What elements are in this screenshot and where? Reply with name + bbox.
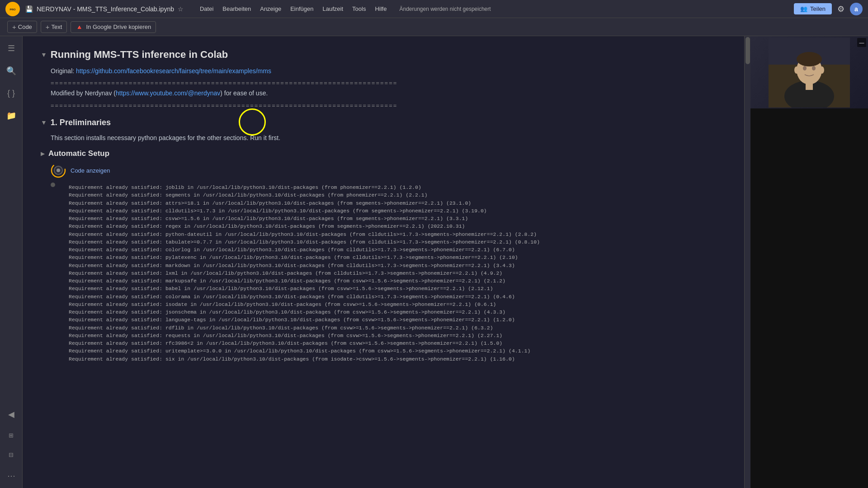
right-panel: —	[750, 36, 868, 488]
section1-description: This section installs necessary python p…	[41, 133, 726, 143]
cell-status-dot	[51, 183, 55, 187]
output-line: Requirement already satisfied: python-da…	[69, 230, 655, 238]
video-controls: —	[857, 38, 866, 47]
notebook-area: ▼ Running MMS-TTS inference in Colab Ori…	[23, 36, 744, 488]
sidebar-bottom-icon1[interactable]: ⊞	[6, 429, 16, 441]
output-line: Requirement already satisfied: regex in …	[69, 222, 655, 230]
menu-bearbeiten[interactable]: Bearbeiten	[219, 4, 255, 14]
output-line: Requirement already satisfied: markdown …	[69, 262, 655, 269]
share-label: Teilen	[810, 5, 826, 12]
section1-collapse-arrow[interactable]: ▼	[41, 119, 47, 126]
menu-tools[interactable]: Tools	[349, 4, 369, 14]
add-text-button[interactable]: + Text	[41, 21, 67, 33]
section1-heading-row: ▼ 1. Preliminaries	[41, 118, 726, 127]
output-line: Requirement already satisfied: clldutils…	[69, 207, 655, 215]
modified-link[interactable]: https://www.youtube.com/@nerdynav	[116, 89, 220, 97]
add-code-button[interactable]: + Code	[7, 21, 37, 33]
original-line: Original: https://github.com/facebookres…	[41, 66, 726, 76]
left-sidebar: ☰ 🔍 { } 📁 ◀ ⊞ ⊟ ⋯	[0, 36, 23, 488]
output-line: Requirement already satisfied: joblib in…	[69, 183, 655, 191]
settings-icon[interactable]: ⚙	[837, 4, 844, 14]
menu-hilfe[interactable]: Hilfe	[371, 4, 390, 14]
share-button[interactable]: 👥 Teilen	[794, 3, 832, 14]
svg-point-10	[797, 52, 822, 66]
output-line: Requirement already satisfied: colorlog …	[69, 246, 655, 253]
svg-rect-15	[806, 83, 813, 90]
drive-copy-button[interactable]: 🔺 In Google Drive kopieren	[71, 21, 156, 33]
video-minimize-btn[interactable]: —	[857, 38, 866, 47]
toolbar: + Code + Text 🔺 In Google Drive kopieren	[0, 18, 868, 36]
main-layout: ☰ 🔍 { } 📁 ◀ ⊞ ⊟ ⋯ ▼ Running MMS-TTS infe…	[0, 36, 868, 488]
menu-laufzeit[interactable]: Laufzeit	[319, 4, 347, 14]
show-code-button[interactable]: Code anzeigen	[71, 167, 110, 174]
cell-status-col	[51, 181, 55, 364]
output-line: Requirement already satisfied: markupsaf…	[69, 277, 655, 285]
share-icon: 👥	[800, 5, 807, 12]
colab-logo: PRO	[5, 2, 20, 16]
output-line: Requirement already satisfied: babel in …	[69, 285, 655, 292]
unsaved-warning: Änderungen werden nicht gespeichert	[399, 6, 491, 12]
code-btn-label: Code	[18, 23, 32, 30]
person-silhouette	[769, 38, 850, 108]
top-bar: PRO 💾 NERDYNAV - MMS_TTS_Inference_Colab…	[0, 0, 868, 18]
disk-icon: 💾	[25, 5, 33, 13]
scrollbar-thumb[interactable]	[745, 37, 750, 64]
menu-einfuegen[interactable]: Einfügen	[287, 4, 317, 14]
plus-icon: +	[12, 23, 16, 31]
notebook-title: 💾 NERDYNAV - MMS_TTS_Inference_Colab.ipy…	[25, 5, 184, 13]
svg-point-5	[57, 169, 60, 172]
output-line: Requirement already satisfied: csvw>=1.5…	[69, 215, 655, 222]
run-button-container[interactable]	[51, 163, 66, 178]
output-line: Requirement already satisfied: rfc3986<2…	[69, 339, 655, 347]
section1-heading-text: 1. Preliminaries	[51, 118, 111, 127]
sidebar-bottom-icon2[interactable]: ⊟	[6, 449, 16, 461]
output-line: Requirement already satisfied: pyrsisten…	[69, 363, 655, 364]
auto-setup-arrow[interactable]: ▶	[41, 150, 45, 157]
svg-point-13	[794, 66, 799, 74]
drive-btn-label: In Google Drive kopieren	[86, 23, 151, 30]
sidebar-collapse-icon[interactable]: ◀	[5, 407, 17, 422]
notebook-wrapper: ▼ Running MMS-TTS inference in Colab Ori…	[23, 36, 868, 488]
output-line: Requirement already satisfied: jsonschem…	[69, 308, 655, 316]
section-1: ▼ 1. Preliminaries This section installs…	[41, 118, 726, 364]
separator-1: ========================================…	[41, 80, 726, 86]
output-line: Requirement already satisfied: lxml in /…	[69, 269, 655, 277]
scrollbar[interactable]	[744, 36, 750, 488]
main-collapse-arrow[interactable]: ▼	[41, 51, 47, 58]
code-cell: Code anzeigen Requirement already satisf…	[41, 163, 726, 364]
output-area: Requirement already satisfied: joblib in…	[59, 183, 655, 364]
plus-icon-text: +	[46, 23, 50, 31]
sidebar-files-icon[interactable]: 📁	[4, 108, 19, 123]
svg-point-11	[803, 66, 807, 70]
sidebar-variables-icon[interactable]: { }	[5, 86, 18, 101]
modified-line: Modified by Nerdynav (https://www.youtub…	[41, 88, 726, 98]
output-line: Requirement already satisfied: rdflib in…	[69, 324, 655, 332]
main-heading-text: Running MMS-TTS inference in Colab	[51, 49, 228, 61]
output-line: Requirement already satisfied: segments …	[69, 191, 655, 199]
sidebar-search-icon[interactable]: 🔍	[4, 63, 19, 79]
output-line: Requirement already satisfied: language-…	[69, 316, 655, 324]
code-show-row: Code anzeigen	[51, 163, 726, 178]
output-line: Requirement already satisfied: colorama …	[69, 293, 655, 300]
run-button-svg[interactable]	[51, 163, 66, 178]
top-right-controls: 👥 Teilen ⚙ a	[794, 3, 863, 15]
output-line: Requirement already satisfied: requests …	[69, 332, 655, 339]
separator-2: ========================================…	[41, 102, 726, 109]
menu-anzeige[interactable]: Anzeige	[256, 4, 285, 14]
menu-datei[interactable]: Datei	[196, 4, 217, 14]
modified-text: Modified by Nerdynav (	[51, 89, 116, 97]
text-btn-label: Text	[52, 23, 62, 30]
video-area: —	[750, 36, 868, 108]
user-avatar[interactable]: a	[850, 3, 863, 15]
output-line: Requirement already satisfied: isodate i…	[69, 300, 655, 308]
output-row: Requirement already satisfied: joblib in…	[51, 181, 726, 364]
sidebar-toc-icon[interactable]: ☰	[5, 41, 18, 56]
star-icon: ☆	[178, 5, 184, 13]
video-placeholder	[750, 36, 868, 108]
svg-point-12	[812, 66, 816, 70]
output-line: Requirement already satisfied: six in /u…	[69, 355, 655, 363]
original-link[interactable]: https://github.com/facebookresearch/fair…	[76, 67, 271, 75]
svg-text:PRO: PRO	[9, 8, 15, 11]
sidebar-bottom-icon3[interactable]: ⋯	[5, 468, 18, 483]
auto-setup-section: ▶ Automatic Setup	[41, 149, 726, 364]
